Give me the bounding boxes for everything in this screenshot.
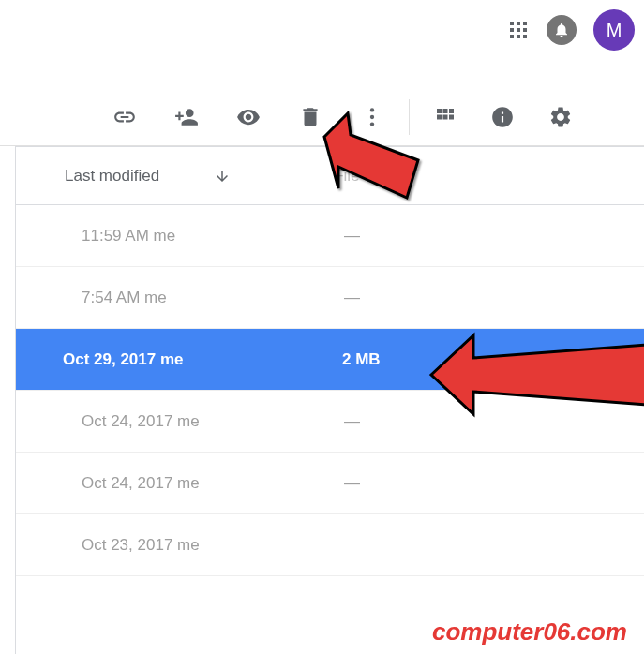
add-person-icon[interactable] (174, 105, 199, 129)
last-modified-label: Last modified (65, 167, 159, 186)
svg-rect-14 (449, 109, 454, 113)
svg-rect-17 (449, 114, 454, 119)
get-link-icon[interactable] (112, 105, 137, 129)
avatar-letter: M (607, 20, 622, 41)
row-modified: Oct 23, 2017 me (82, 536, 344, 555)
row-modified: Oct 29, 2017 me (63, 350, 342, 369)
row-size: 2 MB (342, 350, 381, 369)
avatar[interactable]: M (593, 9, 635, 51)
file-row[interactable]: Oct 24, 2017 me— (16, 453, 644, 514)
svg-rect-2 (523, 22, 527, 25)
file-row[interactable]: Oct 23, 2017 me (16, 514, 644, 576)
grid-view-icon[interactable] (434, 106, 457, 128)
svg-rect-1 (517, 22, 520, 25)
svg-rect-8 (523, 35, 527, 38)
apps-icon[interactable] (507, 19, 530, 41)
svg-rect-7 (517, 35, 520, 38)
svg-rect-15 (437, 114, 442, 119)
row-size: — (344, 474, 360, 493)
svg-rect-6 (510, 35, 514, 38)
svg-rect-16 (443, 114, 448, 119)
svg-rect-0 (510, 22, 514, 25)
view-details-icon[interactable] (490, 105, 515, 129)
notifications-icon[interactable] (547, 15, 577, 45)
sort-arrow-down-icon (214, 168, 231, 185)
toolbar-right (434, 105, 573, 129)
svg-rect-13 (443, 109, 448, 113)
preview-icon[interactable] (236, 105, 261, 129)
row-modified: Oct 24, 2017 me (82, 412, 344, 431)
row-modified: Oct 24, 2017 me (82, 474, 344, 493)
annotation-arrow-1 (296, 109, 427, 249)
svg-rect-5 (523, 28, 527, 32)
top-header: M (507, 9, 635, 51)
row-size: — (344, 289, 360, 307)
watermark: computer06.com (432, 617, 627, 647)
row-modified: 7:54 AM me (82, 289, 344, 307)
annotation-arrow-2 (412, 319, 644, 431)
svg-rect-3 (510, 28, 514, 32)
svg-rect-4 (517, 28, 520, 32)
settings-icon[interactable] (548, 105, 573, 129)
svg-rect-12 (437, 109, 442, 113)
row-size: — (344, 412, 360, 431)
last-modified-header[interactable]: Last modified (65, 167, 231, 186)
